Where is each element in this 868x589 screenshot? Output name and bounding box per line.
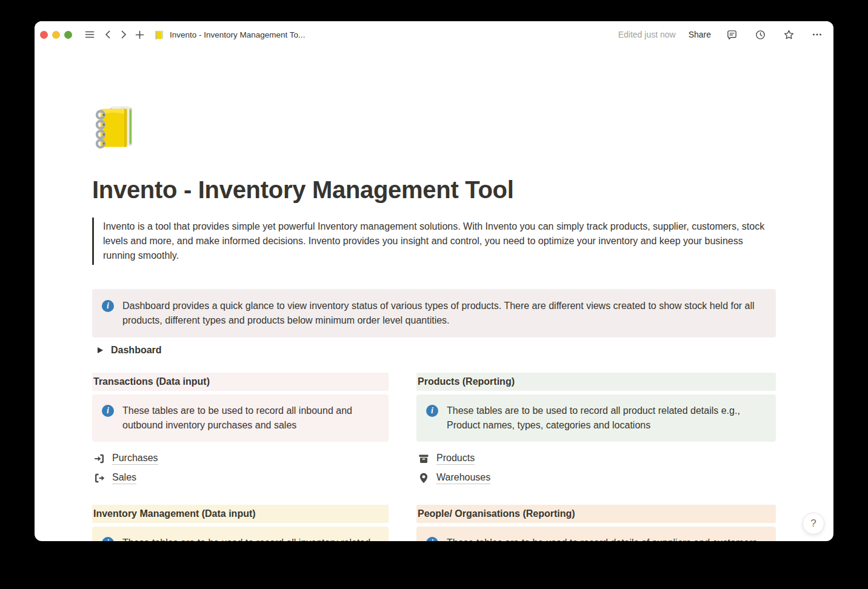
history-clock-icon[interactable] <box>752 27 768 42</box>
sidebar-menu-icon[interactable] <box>82 27 98 42</box>
section-header: Inventory Management (Data input) <box>92 505 389 523</box>
info-icon: i <box>426 537 438 541</box>
link-label: Warehouses <box>436 472 490 484</box>
toggle-arrow-icon <box>98 347 103 353</box>
section-callout-text: These tables are to be used to record al… <box>447 404 766 433</box>
window-controls <box>40 31 72 39</box>
section-header: Products (Reporting) <box>416 373 776 391</box>
page-notebook-icon[interactable] <box>94 104 141 151</box>
link-label: Products <box>436 453 475 465</box>
section-header: People/ Organisations (Reporting) <box>416 505 776 523</box>
forward-icon[interactable] <box>116 27 132 42</box>
section-callout: i These tables are to be used to record … <box>92 394 389 442</box>
minimize-window-button[interactable] <box>52 31 60 39</box>
link-label: Purchases <box>112 453 158 465</box>
page-link-warehouses[interactable]: Warehouses <box>416 468 776 488</box>
notebook-icon <box>155 30 165 40</box>
edited-status: Edited just now <box>618 30 676 39</box>
page-content: Invento - Inventory Management Tool Inve… <box>35 21 833 541</box>
page-link-sales[interactable]: Sales <box>92 468 389 488</box>
dashboard-toggle[interactable]: Dashboard <box>92 345 776 356</box>
section-title: Products (Reporting) <box>418 376 515 387</box>
dashboard-callout-text: Dashboard provides a quick glance to vie… <box>122 299 766 328</box>
more-options-icon[interactable] <box>809 27 825 42</box>
dashboard-callout: i Dashboard provides a quick glance to v… <box>92 289 776 338</box>
breadcrumb[interactable]: Invento - Inventory Management To... <box>155 30 305 40</box>
enter-door-icon <box>93 453 105 465</box>
section-links: Purchases Sales <box>92 449 389 488</box>
section-callout-text: These tables are to be used to record de… <box>447 536 757 541</box>
section-callout-text: These tables are to be used to record al… <box>122 404 379 433</box>
section-inventory-management: Inventory Management (Data input) i Thes… <box>92 505 389 541</box>
section-products: Products (Reporting) i These tables are … <box>416 373 776 488</box>
screenshot-stage: Invento - Inventory Management To... Edi… <box>0 0 868 589</box>
titlebar: Invento - Inventory Management To... Edi… <box>35 21 833 48</box>
close-window-button[interactable] <box>40 31 48 39</box>
info-icon: i <box>102 300 114 312</box>
share-button[interactable]: Share <box>689 30 711 39</box>
app-window: Invento - Inventory Management To... Edi… <box>35 21 833 541</box>
dashboard-toggle-label: Dashboard <box>111 345 162 356</box>
section-title: Transactions (Data input) <box>93 376 210 387</box>
comments-icon[interactable] <box>724 27 739 42</box>
info-icon: i <box>426 405 438 417</box>
section-people-organisations: People/ Organisations (Reporting) i Thes… <box>416 505 776 541</box>
section-callout-text: These tables are to be used to record al… <box>122 536 379 541</box>
archive-box-icon <box>418 453 430 465</box>
new-tab-icon[interactable] <box>132 27 147 42</box>
help-button[interactable]: ? <box>803 513 824 534</box>
section-callout: i These tables are to be used to record … <box>416 394 776 442</box>
section-title: Inventory Management (Data input) <box>93 508 256 519</box>
section-callout: i These tables are to be used to record … <box>416 527 776 541</box>
page-link-purchases[interactable]: Purchases <box>92 449 389 468</box>
back-icon[interactable] <box>100 27 116 42</box>
section-title: People/ Organisations (Reporting) <box>418 508 575 519</box>
link-label: Sales <box>112 472 136 484</box>
section-header: Transactions (Data input) <box>92 373 389 391</box>
intro-quote-block: Invento is a tool that provides simple y… <box>92 218 765 265</box>
exit-door-icon <box>93 472 105 484</box>
page-link-products[interactable]: Products <box>416 449 776 468</box>
info-icon: i <box>102 405 114 417</box>
favorite-star-icon[interactable] <box>781 27 796 42</box>
info-icon: i <box>102 537 114 541</box>
sections-grid: Transactions (Data input) i These tables… <box>92 373 776 541</box>
page-title[interactable]: Invento - Inventory Management Tool <box>92 175 776 204</box>
location-pin-icon <box>418 472 430 484</box>
section-transactions: Transactions (Data input) i These tables… <box>92 373 389 488</box>
zoom-window-button[interactable] <box>64 31 72 39</box>
section-links: Products Warehouses <box>416 449 776 488</box>
section-callout: i These tables are to be used to record … <box>92 527 389 541</box>
titlebar-page-title: Invento - Inventory Management To... <box>170 30 305 39</box>
